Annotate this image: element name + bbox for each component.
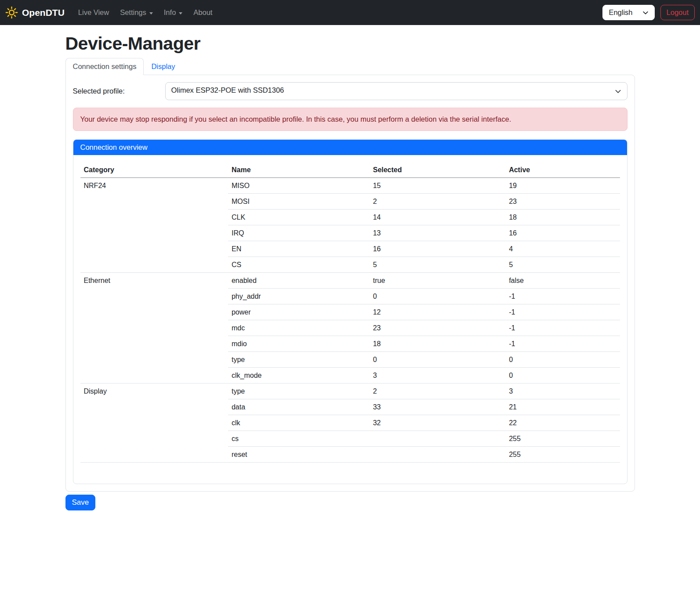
name-cell: phy_addr [228, 289, 370, 304]
nav-item-info[interactable]: Info [160, 5, 187, 20]
active-cell: 5 [505, 257, 620, 273]
nav-item-live-view[interactable]: Live View [74, 5, 113, 20]
name-cell: clk_mode [228, 368, 370, 384]
active-cell: 16 [505, 225, 620, 241]
nav-item-label: Info [164, 8, 176, 17]
active-cell: 3 [505, 384, 620, 399]
profile-select[interactable]: Olimex ESP32-POE with SSD1306 [165, 82, 627, 100]
name-cell: CS [228, 257, 370, 273]
profile-row: Selected profile: Olimex ESP32-POE with … [73, 82, 627, 100]
connection-overview-card: Connection overview Category Name Select… [73, 139, 627, 484]
nav-item-label: About [193, 8, 212, 17]
nav-item-label: Live View [78, 8, 109, 17]
brand-label: OpenDTU [22, 7, 65, 18]
chevron-down-icon [642, 10, 649, 16]
active-cell: 4 [505, 241, 620, 257]
selected-cell: 2 [370, 384, 505, 399]
selected-cell: 3 [370, 368, 505, 384]
selected-cell: 23 [370, 320, 505, 336]
selected-cell: 18 [370, 336, 505, 352]
navbar-brand[interactable]: OpenDTU [5, 6, 65, 19]
selected-cell [370, 447, 505, 463]
nav-item-settings[interactable]: Settings [116, 5, 157, 20]
active-cell: 255 [505, 447, 620, 463]
name-cell: cs [228, 431, 370, 447]
profile-label: Selected profile: [73, 87, 165, 95]
table-row: Displaytype23 [80, 384, 620, 399]
nav-item-label: Settings [120, 8, 146, 17]
chevron-down-icon [615, 88, 621, 94]
name-cell: mdc [228, 320, 370, 336]
tab-bar: Connection settingsDisplay [65, 58, 635, 75]
caret-down-icon [179, 12, 182, 14]
name-cell: clk [228, 415, 370, 431]
navbar-right: English Logout [602, 5, 695, 20]
selected-cell: 16 [370, 241, 505, 257]
tab-display[interactable]: Display [144, 58, 182, 75]
navbar-links: Live ViewSettingsInfoAbout [74, 5, 220, 20]
card-header: Connection overview [73, 140, 627, 155]
save-button[interactable]: Save [65, 495, 96, 510]
selected-cell: 2 [370, 194, 505, 210]
name-cell: MOSI [228, 194, 370, 210]
selected-cell: 14 [370, 210, 505, 225]
name-cell: data [228, 399, 370, 415]
selected-cell: 5 [370, 257, 505, 273]
active-cell: -1 [505, 336, 620, 352]
selected-cell: 13 [370, 225, 505, 241]
category-cell: Display [80, 384, 228, 463]
caret-down-icon [149, 12, 153, 14]
selected-cell: 32 [370, 415, 505, 431]
column-header-active: Active [505, 162, 620, 178]
selected-cell: 12 [370, 304, 505, 320]
active-cell: 23 [505, 194, 620, 210]
selected-cell: 0 [370, 289, 505, 304]
active-cell: 19 [505, 178, 620, 194]
selected-cell: 33 [370, 399, 505, 415]
name-cell: EN [228, 241, 370, 257]
name-cell: CLK [228, 210, 370, 225]
name-cell: enabled [228, 273, 370, 289]
tab-connection-settings[interactable]: Connection settings [65, 58, 144, 75]
active-cell: -1 [505, 304, 620, 320]
connection-overview-table: Category Name Selected Active NRF24MISO1… [80, 162, 620, 463]
profile-select-value: Olimex ESP32-POE with SSD1306 [171, 86, 284, 94]
active-cell: 22 [505, 415, 620, 431]
tab-content-card: Selected profile: Olimex ESP32-POE with … [65, 75, 635, 492]
column-header-name: Name [228, 162, 370, 178]
logout-button[interactable]: Logout [660, 5, 695, 20]
active-cell: 0 [505, 352, 620, 368]
name-cell: reset [228, 447, 370, 463]
active-cell: 255 [505, 431, 620, 447]
table-header-row: Category Name Selected Active [80, 162, 620, 178]
language-select[interactable]: English [602, 5, 654, 20]
name-cell: type [228, 352, 370, 368]
main-content: Device-Manager Connection settingsDispla… [65, 33, 635, 537]
selected-cell: 15 [370, 178, 505, 194]
name-cell: mdio [228, 336, 370, 352]
active-cell: false [505, 273, 620, 289]
navbar: OpenDTU Live ViewSettingsInfoAbout Engli… [0, 0, 700, 25]
incompatible-profile-warning: Your device may stop responding if you s… [73, 108, 627, 131]
active-cell: -1 [505, 289, 620, 304]
selected-cell [370, 431, 505, 447]
nav-item-about[interactable]: About [189, 5, 216, 20]
selected-cell: 0 [370, 352, 505, 368]
active-cell: -1 [505, 320, 620, 336]
active-cell: 0 [505, 368, 620, 384]
name-cell: IRQ [228, 225, 370, 241]
name-cell: type [228, 384, 370, 399]
page-title: Device-Manager [65, 33, 635, 54]
category-cell: Ethernet [80, 273, 228, 384]
sun-icon [5, 6, 18, 19]
active-cell: 21 [505, 399, 620, 415]
table-row: Ethernetenabledtruefalse [80, 273, 620, 289]
card-body: Category Name Selected Active NRF24MISO1… [73, 155, 627, 484]
table-row: NRF24MISO1519 [80, 178, 620, 194]
name-cell: power [228, 304, 370, 320]
name-cell: MISO [228, 178, 370, 194]
column-header-selected: Selected [370, 162, 505, 178]
active-cell: 18 [505, 210, 620, 225]
column-header-category: Category [80, 162, 228, 178]
category-cell: NRF24 [80, 178, 228, 273]
